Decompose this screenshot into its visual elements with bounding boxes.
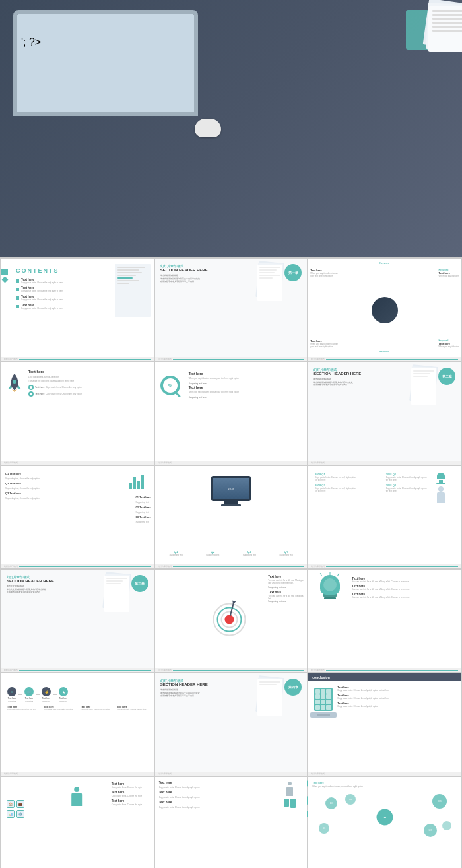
slide-quarters: 2018 Q1 Copy paste fonts. Choose the onl… <box>308 466 461 568</box>
svg-point-0 <box>13 380 16 384</box>
slide-keywords: Text here When you say it louder, choose… <box>308 259 461 361</box>
slide-conclusion: conclusion <box>308 673 461 776</box>
mouse-icon <box>195 119 221 137</box>
slide-section5-prep: Text here Copy paste fonts. Choose the o… <box>155 777 308 868</box>
slide-section2: 幻灯片章节格式 SECTION HEADER HERE 单击此处添加副标题 单击… <box>308 362 461 465</box>
slide-chart-list: Q1 Text here Supporting text, choose the… <box>1 466 154 568</box>
slide-lightbulb: Text here You can use this for a 5th row… <box>308 570 461 672</box>
slide-process: M Text here Supporting 🛒 Text here Suppo… <box>1 673 154 776</box>
slide-person-grid: 🏠 💼 📊 ⚙️ Text here Copy paste fonts. Cho… <box>1 777 154 868</box>
cover-slide: '; ?> <box>0 0 462 257</box>
slide-percent: % Text here When you say it louder, choo… <box>155 362 308 465</box>
conclusion-label: conclusion <box>308 673 461 681</box>
slide-rocket: Text here Little black dress, a must-hav… <box>1 362 154 465</box>
slide-monitor: 2018 Q1 Supporting text Q2 Supporting te… <box>155 466 308 568</box>
slide-target: Text here You can use this for a 5th row… <box>155 570 308 672</box>
laptop-illustration: '; ?> <box>7 10 224 116</box>
slide-section1: 幻灯片章节格式 SECTION HEADER HERE 单击此处添加副标题 单击… <box>155 259 308 361</box>
slide-bubble-chart: Text here When you say it louder, choose… <box>308 777 461 868</box>
slide-section3: 幻灯片章节格式 SECTION HEADER HERE 单击此处添加副标题 单击… <box>1 570 154 672</box>
slide-contents: CONTENTS Text here Copy paste fonts. Cho… <box>1 259 154 361</box>
slide-section4: 幻灯片章节格式 SECTION HEADER HERE 单击此处添加副标题 单击… <box>155 673 308 776</box>
slides-grid: CONTENTS Text here Copy paste fonts. Cho… <box>0 257 462 868</box>
